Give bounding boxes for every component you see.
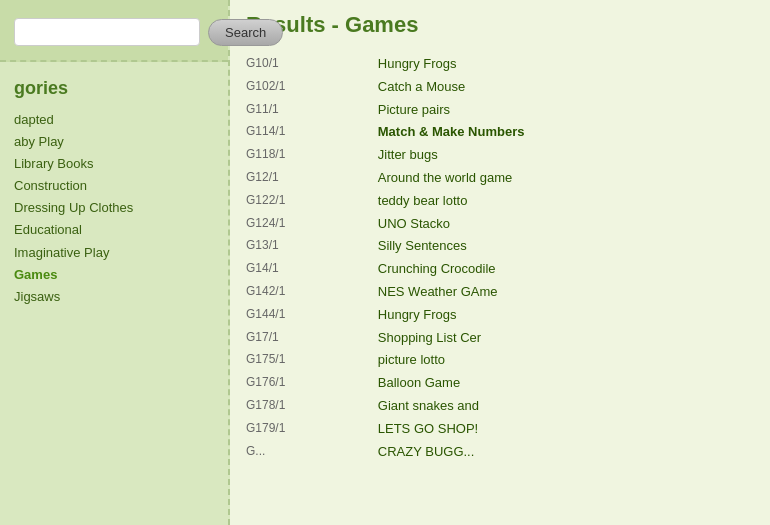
result-code: G124/1 bbox=[246, 212, 378, 235]
table-row: G13/1Silly Sentences bbox=[246, 234, 754, 257]
search-row: Search bbox=[14, 18, 214, 46]
sidebar-item-baby-play[interactable]: aby Play bbox=[14, 131, 214, 153]
result-name[interactable]: Balloon Game bbox=[378, 371, 754, 394]
search-button[interactable]: Search bbox=[208, 19, 283, 46]
table-row: G179/1LETS GO SHOP! bbox=[246, 417, 754, 440]
table-row: G12/1Around the world game bbox=[246, 166, 754, 189]
sidebar-item-construction[interactable]: Construction bbox=[14, 175, 214, 197]
result-name[interactable]: Catch a Mouse bbox=[378, 75, 754, 98]
sidebar: Search gories dapted aby Play Library Bo… bbox=[0, 0, 230, 525]
sidebar-item-educational[interactable]: Educational bbox=[14, 219, 214, 241]
result-code: G11/1 bbox=[246, 98, 378, 121]
table-row: G175/1picture lotto bbox=[246, 348, 754, 371]
sidebar-item-games[interactable]: Games bbox=[14, 264, 214, 286]
result-code: G179/1 bbox=[246, 417, 378, 440]
result-code: G114/1 bbox=[246, 120, 378, 143]
table-row: G10/1Hungry Frogs bbox=[246, 52, 754, 75]
result-name[interactable]: Crunching Crocodile bbox=[378, 257, 754, 280]
result-code: G144/1 bbox=[246, 303, 378, 326]
result-name[interactable]: Giant snakes and bbox=[378, 394, 754, 417]
sidebar-item-library-books[interactable]: Library Books bbox=[14, 153, 214, 175]
table-row: G118/1Jitter bugs bbox=[246, 143, 754, 166]
sidebar-item-dressing-up[interactable]: Dressing Up Clothes bbox=[14, 197, 214, 219]
table-row: G17/1Shopping List Cer bbox=[246, 326, 754, 349]
result-name[interactable]: Silly Sentences bbox=[378, 234, 754, 257]
categories-title: gories bbox=[14, 78, 214, 99]
result-code: G13/1 bbox=[246, 234, 378, 257]
result-code: G14/1 bbox=[246, 257, 378, 280]
result-name[interactable]: Around the world game bbox=[378, 166, 754, 189]
sidebar-item-jigsaws[interactable]: Jigsaws bbox=[14, 286, 214, 308]
result-code: G178/1 bbox=[246, 394, 378, 417]
result-code: G10/1 bbox=[246, 52, 378, 75]
table-row: G142/1NES Weather GAme bbox=[246, 280, 754, 303]
result-name[interactable]: Picture pairs bbox=[378, 98, 754, 121]
result-code: G102/1 bbox=[246, 75, 378, 98]
result-code: G12/1 bbox=[246, 166, 378, 189]
results-title: Results - Games bbox=[246, 12, 754, 38]
result-name[interactable]: teddy bear lotto bbox=[378, 189, 754, 212]
result-code: G... bbox=[246, 440, 378, 463]
table-row: G176/1Balloon Game bbox=[246, 371, 754, 394]
sidebar-item-imaginative-play[interactable]: Imaginative Play bbox=[14, 242, 214, 264]
table-row: G124/1UNO Stacko bbox=[246, 212, 754, 235]
result-code: G142/1 bbox=[246, 280, 378, 303]
table-row: G102/1Catch a Mouse bbox=[246, 75, 754, 98]
sidebar-item-adapted[interactable]: dapted bbox=[14, 109, 214, 131]
table-row: G178/1Giant snakes and bbox=[246, 394, 754, 417]
result-code: G176/1 bbox=[246, 371, 378, 394]
result-code: G118/1 bbox=[246, 143, 378, 166]
result-name[interactable]: LETS GO SHOP! bbox=[378, 417, 754, 440]
result-code: G175/1 bbox=[246, 348, 378, 371]
result-name[interactable]: Hungry Frogs bbox=[378, 303, 754, 326]
result-code: G122/1 bbox=[246, 189, 378, 212]
result-name[interactable]: Jitter bugs bbox=[378, 143, 754, 166]
result-name[interactable]: picture lotto bbox=[378, 348, 754, 371]
table-row: G122/1teddy bear lotto bbox=[246, 189, 754, 212]
result-name[interactable]: Match & Make Numbers bbox=[378, 120, 754, 143]
table-row: G...CRAZY BUGG... bbox=[246, 440, 754, 463]
result-code: G17/1 bbox=[246, 326, 378, 349]
result-name[interactable]: CRAZY BUGG... bbox=[378, 440, 754, 463]
result-name[interactable]: NES Weather GAme bbox=[378, 280, 754, 303]
table-row: G11/1Picture pairs bbox=[246, 98, 754, 121]
table-row: G14/1Crunching Crocodile bbox=[246, 257, 754, 280]
results-table: G10/1Hungry FrogsG102/1Catch a MouseG11/… bbox=[246, 52, 754, 462]
table-row: G144/1Hungry Frogs bbox=[246, 303, 754, 326]
result-name[interactable]: Hungry Frogs bbox=[378, 52, 754, 75]
main-content: Results - Games G10/1Hungry FrogsG102/1C… bbox=[230, 0, 770, 525]
result-name[interactable]: UNO Stacko bbox=[378, 212, 754, 235]
result-name[interactable]: Shopping List Cer bbox=[378, 326, 754, 349]
search-area: Search bbox=[0, 0, 228, 62]
categories-section: gories dapted aby Play Library Books Con… bbox=[0, 62, 228, 324]
table-row: G114/1Match & Make Numbers bbox=[246, 120, 754, 143]
search-input[interactable] bbox=[14, 18, 200, 46]
